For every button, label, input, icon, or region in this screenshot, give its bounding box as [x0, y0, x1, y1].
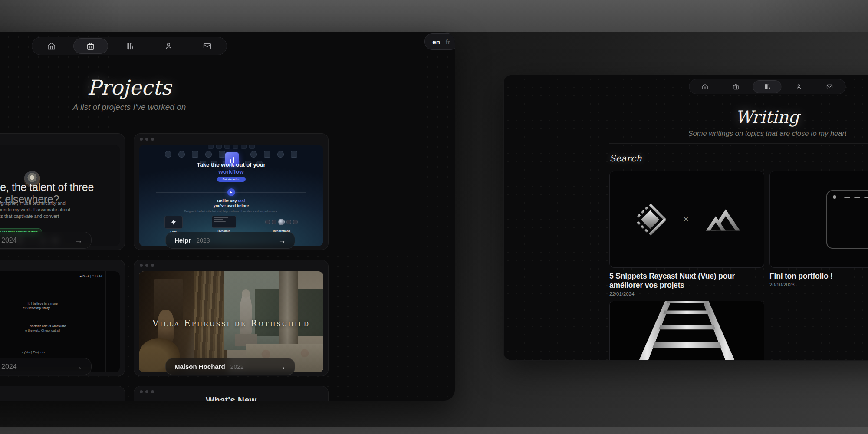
post-cover-lightning	[769, 171, 868, 268]
arrow-right-icon: →	[75, 237, 82, 244]
arrow-right-icon: →	[278, 363, 286, 371]
helpr-heading: Take the work out of your	[139, 161, 323, 168]
post-date: 20/10/2023	[769, 282, 868, 287]
nav-contact[interactable]	[190, 39, 224, 53]
helpr-caption: Designed to be fast to the last pixel, h…	[139, 210, 323, 213]
project-card-story[interactable]: ■ Dark | □ Light it, I believe in a more…	[0, 260, 125, 376]
story-line4: o the web. Check out all	[25, 329, 60, 332]
project-year: 2024	[1, 363, 17, 371]
person-icon	[164, 42, 173, 51]
story-divider	[105, 271, 106, 372]
nav-home[interactable]	[691, 81, 719, 93]
villa-caption: Villa Ephrussi de Rothschild	[139, 318, 323, 329]
project-link-pill[interactable]: 2024 →	[0, 232, 92, 249]
nav-about[interactable]	[151, 39, 185, 53]
intro-body-line2: ring a unique dimension to my work. Pass…	[0, 207, 70, 212]
ladder-illustration	[610, 301, 764, 361]
intro-screenshot: y of one, the talent of three y look els…	[0, 145, 120, 246]
play-button: ▶	[227, 188, 235, 196]
helpr-heading-accent: workflow	[139, 168, 323, 175]
helpr-sub-line2: you've used before	[139, 204, 323, 208]
traffic-dots	[140, 138, 154, 141]
header-divider	[0, 118, 329, 118]
library-icon	[125, 42, 134, 51]
whats-new-title: What's New	[134, 395, 328, 401]
page-title: Writing	[504, 107, 868, 127]
lightning-icon	[164, 216, 183, 229]
nav-contact[interactable]	[816, 81, 844, 93]
main-nav	[689, 79, 846, 94]
project-card-intro[interactable]: y of one, the talent of three y look els…	[0, 133, 125, 250]
arrow-right-icon: →	[278, 237, 286, 244]
arrow-right-icon: →	[75, 363, 82, 371]
writing-window: Writing Some writings on topics that are…	[503, 75, 868, 361]
project-name: Helpr	[174, 237, 191, 244]
nuxt-logo	[704, 206, 742, 233]
post-item[interactable]	[609, 301, 764, 361]
mail-icon	[203, 42, 212, 51]
lang-en[interactable]: en	[432, 38, 440, 46]
project-card-maison-hochard[interactable]: Villa Ephrussi de Rothschild Maison Hoch…	[134, 260, 329, 376]
desktop-bottom-band	[0, 427, 868, 434]
traffic-dots	[140, 264, 154, 267]
project-card-whats-new[interactable]: What's New	[134, 386, 329, 401]
page-title: Projects	[0, 76, 455, 99]
maison-screenshot: Villa Ephrussi de Rothschild	[139, 271, 323, 372]
nav-home[interactable]	[35, 39, 69, 53]
nav-projects[interactable]	[722, 81, 750, 93]
project-card-helpr[interactable]: Take the work out of your workflow Get s…	[134, 133, 329, 250]
search-label[interactable]: Search	[609, 153, 642, 164]
window-dot	[833, 195, 836, 199]
briefcase-icon	[86, 42, 95, 51]
window-mockup-icon	[212, 216, 236, 228]
post-item[interactable]: × 5 Snippets Raycast Nuxt (Vue) pour amé…	[609, 171, 764, 296]
mail-icon	[826, 83, 833, 90]
window-dashes	[844, 197, 868, 198]
raycast-logo	[632, 201, 668, 238]
project-name: Maison Hochard	[174, 363, 225, 370]
intro-body-line1: t director and photographer, I fuse tech…	[0, 201, 66, 206]
home-icon	[701, 83, 708, 90]
post-title: Fini ton portfolio !	[769, 272, 868, 281]
header-divider	[609, 143, 868, 144]
villa-photo: Villa Ephrussi de Rothschild	[139, 271, 323, 372]
projects-grid: y of one, the talent of three y look els…	[0, 133, 329, 401]
library-icon	[764, 83, 771, 90]
story-line3: portant one is Mockline	[30, 324, 66, 328]
post-item[interactable]: Fini ton portfolio ! 20/10/2023	[769, 171, 868, 296]
helpr-get-started-button: Get started →	[217, 177, 246, 182]
page-subtitle: A list of projects I've worked on	[0, 102, 455, 112]
posts-grid: × 5 Snippets Raycast Nuxt (Vue) pour amé…	[609, 171, 868, 361]
story-line5: r (Vue) Projects	[22, 350, 45, 354]
projects-window: en fr Projects A list of projects I've w…	[0, 32, 455, 401]
project-card-partial[interactable]	[0, 386, 125, 401]
language-switcher: en fr	[424, 33, 455, 50]
project-link-pill[interactable]: Maison Hochard 2022 →	[165, 358, 295, 375]
lang-fr[interactable]: fr	[446, 38, 450, 46]
intro-body-line3: give life to projects that captivate and…	[0, 214, 59, 219]
post-cover-raycast-nuxt: ×	[609, 171, 764, 268]
theme-toggle: ■ Dark | □ Light	[80, 274, 102, 278]
desktop-screenshot: { "language_switcher": {"options": ["en"…	[0, 0, 868, 434]
nav-writing[interactable]	[113, 39, 147, 53]
helpr-app-icons-row1	[139, 145, 323, 149]
nav-projects[interactable]	[73, 38, 108, 54]
post-date: 22/01/2024	[609, 291, 764, 296]
home-icon	[47, 42, 56, 51]
helpr-screenshot: Take the work out of your workflow Get s…	[139, 145, 323, 246]
person-icon	[795, 83, 802, 90]
post-title: 5 Snippets Raycast Nuxt (Vue) pour améli…	[609, 272, 764, 290]
project-year: 2024	[1, 237, 17, 244]
project-year: 2023	[196, 237, 210, 244]
nav-about[interactable]	[785, 81, 812, 93]
project-link-pill[interactable]: 2024 →	[0, 358, 92, 375]
story-screenshot	[0, 271, 120, 372]
desktop-top-band	[0, 0, 868, 32]
intro-heading-line1: y of one, the talent of three	[0, 181, 94, 194]
project-year: 2022	[230, 363, 244, 370]
traffic-dots	[140, 390, 154, 393]
project-link-pill[interactable]: Helpr 2023 →	[165, 232, 295, 249]
post-cover-ladder	[609, 301, 764, 361]
nav-writing[interactable]	[753, 80, 782, 93]
briefcase-icon	[733, 83, 740, 90]
